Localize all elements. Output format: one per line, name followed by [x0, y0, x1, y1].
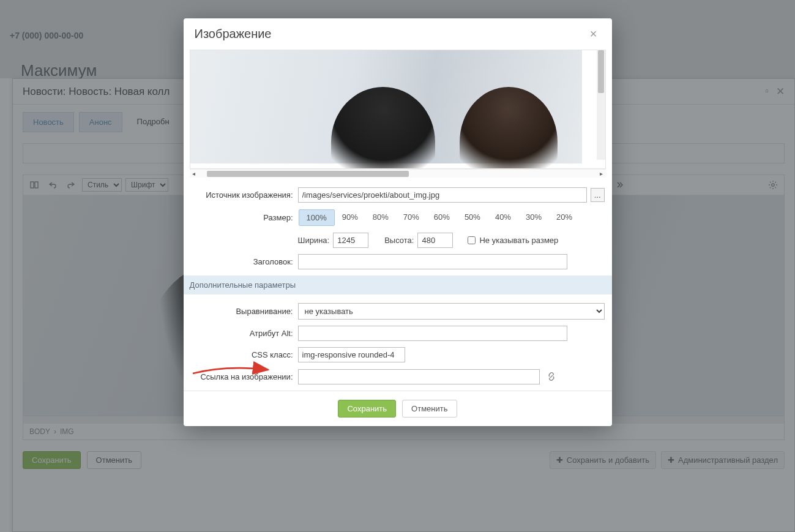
size-tab-70[interactable]: 70% — [396, 209, 427, 226]
modal-footer: Сохранить Отменить — [184, 391, 612, 426]
preview-v-scrollbar[interactable] — [597, 50, 605, 160]
modal-body: Источник изображения: ... Размер: 100%90… — [184, 180, 612, 384]
modal-save-button[interactable]: Сохранить — [338, 400, 396, 418]
width-input[interactable] — [333, 233, 368, 248]
css-class-input[interactable] — [298, 347, 405, 362]
size-tab-50[interactable]: 50% — [457, 209, 488, 226]
modal-cancel-button[interactable]: Отменить — [402, 400, 457, 418]
size-tab-30[interactable]: 30% — [518, 209, 549, 226]
close-icon[interactable]: × — [586, 27, 601, 41]
link-icon[interactable] — [543, 369, 559, 384]
align-select[interactable]: не указывать — [298, 303, 605, 320]
align-label: Выравнивание: — [191, 307, 298, 316]
height-label: Высота: — [384, 236, 414, 245]
modal-overlay: Изображение × ◂ ▸ Источник изображения: … — [0, 0, 795, 532]
image-preview — [190, 50, 582, 163]
preview-h-scrollbar[interactable]: ◂ ▸ — [190, 169, 606, 178]
css-label: CSS класс: — [191, 350, 298, 359]
extra-params-header: Дополнительные параметры — [184, 275, 612, 294]
source-input[interactable] — [298, 187, 587, 203]
no-size-checkbox[interactable] — [468, 236, 476, 244]
width-label: Ширина: — [298, 236, 330, 245]
link-input[interactable] — [298, 369, 540, 384]
modal-header: Изображение × — [184, 18, 612, 50]
size-tab-80[interactable]: 80% — [365, 209, 396, 226]
no-size-label: Не указывать размер — [479, 236, 558, 245]
size-label: Размер: — [191, 213, 298, 222]
size-tab-40[interactable]: 40% — [488, 209, 518, 226]
height-input[interactable] — [417, 233, 453, 248]
size-tab-60[interactable]: 60% — [427, 209, 457, 226]
size-tab-20[interactable]: 20% — [549, 209, 580, 226]
header-label: Заголовок: — [191, 257, 298, 266]
size-tab-90[interactable]: 90% — [335, 209, 365, 226]
size-tab-100[interactable]: 100% — [299, 209, 335, 226]
scroll-left-icon[interactable]: ◂ — [190, 170, 198, 178]
alt-input[interactable] — [298, 326, 567, 341]
size-tabs: 100%90%80%70%60%50%40%30%20% — [298, 209, 581, 227]
image-modal: Изображение × ◂ ▸ Источник изображения: … — [184, 18, 612, 426]
modal-title: Изображение — [195, 27, 272, 41]
alt-label: Атрибут Alt: — [191, 329, 298, 338]
scroll-right-icon[interactable]: ▸ — [597, 170, 606, 178]
image-preview-box — [190, 50, 606, 169]
browse-button[interactable]: ... — [591, 188, 605, 202]
header-input[interactable] — [298, 254, 567, 269]
source-label: Источник изображения: — [191, 190, 298, 200]
link-label: Ссылка на изображении: — [191, 372, 298, 381]
